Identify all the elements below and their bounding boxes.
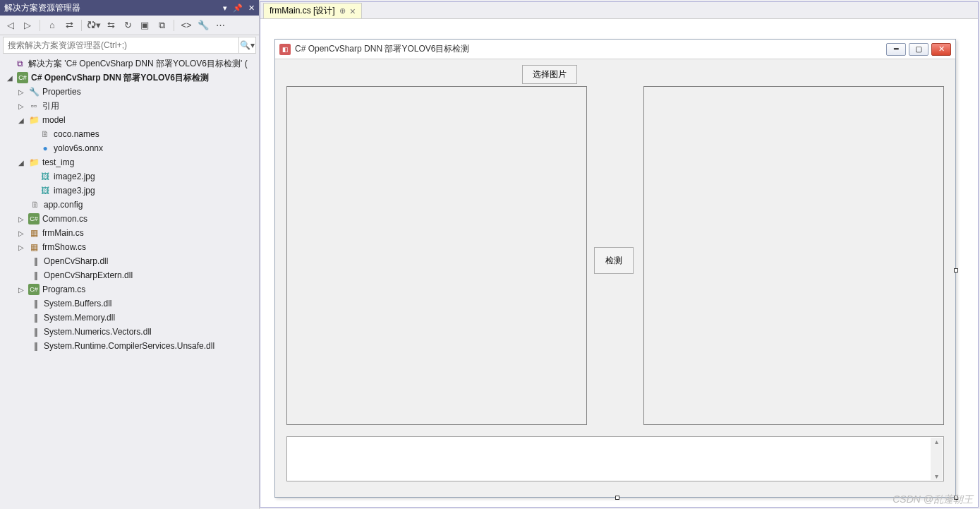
collapse-icon[interactable]: ↻ bbox=[121, 19, 134, 32]
close-icon[interactable]: × bbox=[350, 6, 356, 17]
copy-icon[interactable]: ⧉ bbox=[155, 19, 168, 32]
tree-file-image3[interactable]: 🖼 image3.jpg bbox=[0, 184, 259, 198]
tree-file-coconames[interactable]: 🗎 coco.names bbox=[0, 127, 259, 141]
tree-label: frmShow.cs bbox=[42, 242, 86, 252]
more-icon[interactable]: ⋯ bbox=[214, 19, 226, 32]
expander-icon[interactable]: ▷ bbox=[17, 215, 25, 223]
form-icon: ▦ bbox=[28, 227, 40, 239]
image-icon: 🖼 bbox=[40, 185, 51, 196]
document-tabstrip: frmMain.cs [设计] ⊕ × bbox=[260, 2, 978, 19]
scroll-up-icon[interactable]: ▴ bbox=[935, 438, 938, 445]
tree-file-image2[interactable]: 🖼 image2.jpg bbox=[0, 169, 259, 184]
select-image-button[interactable]: 选择图片 bbox=[522, 65, 577, 84]
form-icon: ▦ bbox=[28, 241, 40, 253]
solution-explorer-toolbar: ◁ ▷ ⌂ ⇄ 🗘▾ ⇆ ↻ ▣ ⧉ <> 🔧 ⋯ bbox=[0, 16, 259, 35]
scrollbar[interactable]: ▴▾ bbox=[931, 438, 943, 480]
solution-tree[interactable]: ⧉ 解决方案 'C# OpenCvSharp DNN 部署YOLOV6目标检测'… bbox=[0, 55, 259, 509]
dll-icon: ||| bbox=[30, 340, 41, 352]
expander-icon[interactable]: ▷ bbox=[17, 229, 25, 237]
tree-project-node[interactable]: ◢ C# C# OpenCvSharp DNN 部署YOLOV6目标检测 bbox=[0, 71, 259, 85]
tree-file-program[interactable]: ▷ C# Program.cs bbox=[0, 282, 259, 297]
solution-explorer-title: 解决方案资源管理器 bbox=[4, 2, 223, 14]
picturebox-left[interactable] bbox=[286, 86, 587, 425]
tree-file-sysmemory[interactable]: ||| System.Memory.dll bbox=[0, 311, 259, 325]
close-button[interactable]: ✕ bbox=[931, 43, 951, 56]
wrench-icon: 🔧 bbox=[28, 86, 40, 97]
output-textbox[interactable]: ▴▾ bbox=[286, 436, 944, 481]
dll-icon: ||| bbox=[30, 326, 41, 337]
tree-file-appconfig[interactable]: 🗎 app.config bbox=[0, 198, 259, 212]
tree-file-sysnumerics[interactable]: ||| System.Numerics.Vectors.dll bbox=[0, 325, 259, 339]
back-icon[interactable]: ◁ bbox=[4, 19, 17, 32]
tree-file-common[interactable]: ▷ C# Common.cs bbox=[0, 212, 259, 226]
picturebox-right[interactable] bbox=[643, 86, 944, 425]
cs-icon: C# bbox=[28, 213, 40, 224]
csproj-icon: C# bbox=[17, 72, 28, 83]
onnx-icon: ● bbox=[40, 143, 51, 154]
pin-icon[interactable]: ⊕ bbox=[339, 6, 346, 16]
app-icon: ◧ bbox=[279, 44, 291, 55]
expander-icon[interactable]: ▷ bbox=[17, 286, 25, 294]
dll-icon: ||| bbox=[30, 256, 41, 267]
tree-folder-testimg[interactable]: ◢ 📁 test_img bbox=[0, 155, 259, 169]
solution-explorer-panel: 解决方案资源管理器 ▾ 📌 ✕ ◁ ▷ ⌂ ⇄ 🗘▾ ⇆ ↻ ▣ ⧉ <> 🔧 … bbox=[0, 0, 260, 509]
document-tab-label: frmMain.cs [设计] bbox=[270, 5, 335, 17]
resize-handle[interactable] bbox=[615, 496, 619, 500]
expander-icon[interactable]: ◢ bbox=[6, 74, 14, 82]
scroll-down-icon[interactable]: ▾ bbox=[935, 472, 938, 480]
search-button[interactable]: 🔍▾ bbox=[238, 37, 255, 53]
separator bbox=[40, 20, 40, 31]
refresh-icon[interactable]: 🗘▾ bbox=[87, 19, 100, 32]
minimize-button[interactable]: ━ bbox=[886, 43, 906, 56]
tree-label: System.Runtime.CompilerServices.Unsafe.d… bbox=[44, 341, 214, 351]
code-icon[interactable]: <> bbox=[180, 19, 193, 32]
tree-label: yolov6s.onnx bbox=[54, 143, 103, 153]
dll-icon: ||| bbox=[30, 312, 41, 323]
tree-folder-model[interactable]: ◢ 📁 model bbox=[0, 113, 259, 127]
home-icon[interactable]: ⌂ bbox=[46, 19, 59, 32]
expander-icon[interactable]: ▷ bbox=[17, 88, 25, 96]
tree-label: test_img bbox=[42, 157, 74, 167]
tree-solution-node[interactable]: ⧉ 解决方案 'C# OpenCvSharp DNN 部署YOLOV6目标检测'… bbox=[0, 56, 259, 71]
window-body: 选择图片 检测 ▴▾ bbox=[275, 59, 955, 497]
expander-icon[interactable]: ◢ bbox=[17, 116, 25, 124]
window-titlebar[interactable]: ◧ C# OpenCvSharp DNN 部署YOLOV6目标检测 ━ ▢ ✕ bbox=[275, 40, 955, 59]
search-input[interactable] bbox=[4, 37, 238, 53]
expander-icon[interactable]: ◢ bbox=[17, 159, 25, 167]
close-icon[interactable]: ✕ bbox=[248, 4, 255, 13]
tree-file-frmmain[interactable]: ▷ ▦ frmMain.cs bbox=[0, 226, 259, 240]
tree-file-opencvsharp[interactable]: ||| OpenCvSharp.dll bbox=[0, 254, 259, 268]
pin-icon[interactable]: 📌 bbox=[233, 4, 243, 13]
tree-label: System.Buffers.dll bbox=[44, 299, 111, 309]
tree-label: app.config bbox=[44, 200, 83, 210]
tree-file-sysruntime[interactable]: ||| System.Runtime.CompilerServices.Unsa… bbox=[0, 339, 259, 353]
maximize-button[interactable]: ▢ bbox=[909, 43, 928, 56]
tree-file-frmshow[interactable]: ▷ ▦ frmShow.cs bbox=[0, 240, 259, 254]
tree-file-onnx[interactable]: ● yolov6s.onnx bbox=[0, 141, 259, 155]
tree-label: image2.jpg bbox=[54, 172, 95, 181]
document-area: frmMain.cs [设计] ⊕ × ◧ C# OpenCvSharp DNN… bbox=[260, 1, 979, 508]
dll-icon: ||| bbox=[30, 298, 41, 309]
sync-icon[interactable]: ⇄ bbox=[63, 19, 75, 32]
forward-icon[interactable]: ▷ bbox=[21, 19, 34, 32]
file-icon: 🗎 bbox=[40, 128, 51, 140]
properties-icon[interactable]: 🔧 bbox=[197, 19, 210, 32]
tree-references-node[interactable]: ▷ ▫▫ 引用 bbox=[0, 99, 259, 113]
expander-icon[interactable]: ▷ bbox=[17, 102, 25, 110]
resize-handle[interactable] bbox=[954, 268, 958, 273]
show-all-icon[interactable]: ▣ bbox=[138, 19, 151, 32]
image-icon: 🖼 bbox=[40, 171, 51, 182]
tree-file-sysbuffers[interactable]: ||| System.Buffers.dll bbox=[0, 297, 259, 311]
tree-properties-node[interactable]: ▷ 🔧 Properties bbox=[0, 85, 259, 99]
tree-label: 引用 bbox=[42, 100, 59, 112]
tree-label: System.Memory.dll bbox=[44, 313, 115, 323]
expander-icon[interactable]: ▷ bbox=[17, 244, 25, 251]
dropdown-icon[interactable]: ▾ bbox=[223, 4, 227, 13]
solution-explorer-header: 解决方案资源管理器 ▾ 📌 ✕ bbox=[0, 0, 259, 16]
filter-icon[interactable]: ⇆ bbox=[104, 19, 117, 32]
tree-file-opencvsharpextern[interactable]: ||| OpenCvSharpExtern.dll bbox=[0, 268, 259, 282]
detect-button[interactable]: 检测 bbox=[594, 247, 634, 274]
design-surface[interactable]: ◧ C# OpenCvSharp DNN 部署YOLOV6目标检测 ━ ▢ ✕ … bbox=[260, 19, 978, 507]
document-tab[interactable]: frmMain.cs [设计] ⊕ × bbox=[263, 3, 362, 18]
winforms-window[interactable]: ◧ C# OpenCvSharp DNN 部署YOLOV6目标检测 ━ ▢ ✕ … bbox=[274, 39, 956, 498]
